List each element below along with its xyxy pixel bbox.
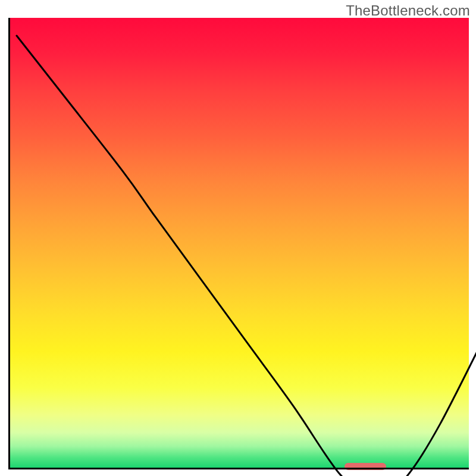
chart-container: TheBottleneck.com (0, 0, 476, 476)
y-axis (8, 18, 10, 469)
x-axis (8, 468, 469, 469)
watermark-text: TheBottleneck.com (346, 2, 470, 19)
curve-path (17, 36, 476, 476)
plot-area (8, 18, 469, 469)
bottleneck-curve (17, 36, 476, 476)
